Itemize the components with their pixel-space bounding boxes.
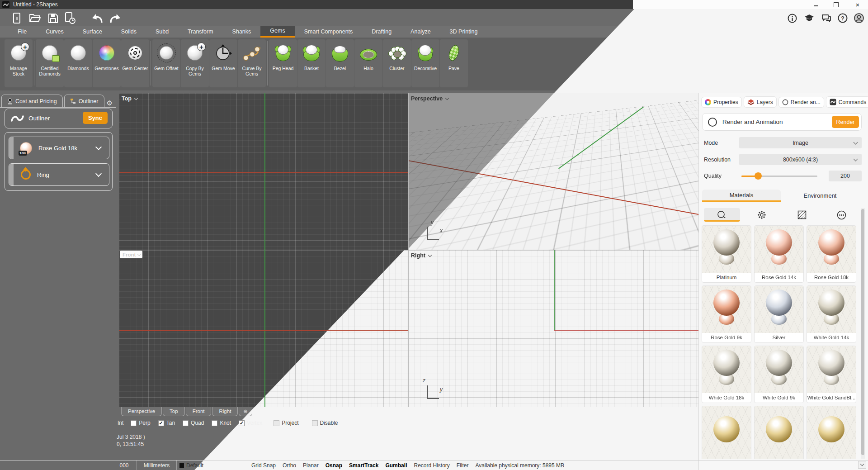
maximize-button[interactable]: [829, 0, 843, 9]
viewport-front-label[interactable]: Front: [120, 251, 142, 258]
tab-properties[interactable]: Properties: [701, 97, 742, 108]
tool-copy-by-gems[interactable]: + Copy By Gems: [181, 39, 209, 87]
chat-button[interactable]: [820, 13, 833, 24]
material-rose-gold-18k[interactable]: Rose Gold 18k: [807, 225, 856, 283]
viewport-splitter-horizontal[interactable]: [119, 250, 698, 250]
category-more[interactable]: [824, 208, 860, 222]
viewport-menu-arrow-icon[interactable]: [428, 253, 432, 256]
outliner-item-rose-gold[interactable]: 18K Rose Gold 18k: [9, 137, 109, 159]
tool-decorative[interactable]: Decorative: [411, 39, 439, 87]
render-button[interactable]: Render: [832, 116, 859, 128]
viewport-menu-arrow-icon[interactable]: [134, 96, 138, 100]
tool-manage-stock[interactable]: + Manage Stock: [5, 39, 33, 87]
osnap-int-label[interactable]: Int: [118, 420, 123, 426]
chevron-down-icon[interactable]: [95, 144, 102, 150]
mode-dropdown[interactable]: Image: [739, 137, 862, 148]
current-layer[interactable]: Default: [186, 462, 203, 469]
chevron-down-icon[interactable]: [95, 171, 102, 177]
checkbox[interactable]: [131, 420, 137, 426]
layer-color-swatch[interactable]: [179, 463, 184, 468]
tool-gem-offset[interactable]: Gem Offset: [152, 39, 180, 87]
osnap-vertex[interactable]: ✓Vertex: [239, 420, 262, 426]
tool-peg-head[interactable]: Peg Head: [269, 39, 297, 87]
viewport-menu-arrow-icon[interactable]: [137, 252, 141, 256]
tool-diamonds[interactable]: Diamonds: [64, 39, 92, 87]
tool-bezel[interactable]: Bezel: [326, 39, 354, 87]
tab-environment[interactable]: Environment: [781, 190, 859, 202]
material-partial[interactable]: [754, 406, 804, 459]
outliner-item-ring[interactable]: Ring: [9, 163, 109, 186]
toggle-osnap[interactable]: Osnap: [326, 462, 342, 469]
materials-scrollbar[interactable]: [861, 208, 865, 459]
viewport-top[interactable]: Top: [119, 93, 408, 250]
tab-render-animation[interactable]: Render an...: [778, 97, 824, 108]
toggle-grid-snap[interactable]: Grid Snap: [251, 462, 276, 469]
checkbox[interactable]: [312, 420, 318, 426]
tab-gems[interactable]: Gems: [260, 26, 294, 38]
coordinate-display[interactable]: 000: [112, 461, 137, 470]
viewport-tab-front[interactable]: Front: [186, 407, 212, 416]
material-partial[interactable]: [807, 406, 856, 459]
material-rose-gold-9k[interactable]: Rose Gold 9k: [702, 285, 751, 343]
scrollbar-thumb[interactable]: [861, 209, 864, 455]
toggle-planar[interactable]: Planar: [303, 462, 319, 469]
checkbox[interactable]: [212, 420, 217, 426]
toggle-filter[interactable]: Filter: [457, 462, 469, 469]
tab-commands[interactable]: Commands: [826, 96, 868, 108]
open-file-button[interactable]: [27, 11, 42, 25]
viewport-right[interactable]: z y Right: [408, 250, 698, 407]
tool-gem-move[interactable]: Gem Move: [209, 39, 237, 87]
tab-surface[interactable]: Surface: [73, 26, 112, 38]
slider-handle[interactable]: [755, 172, 762, 180]
category-textures[interactable]: [784, 208, 820, 222]
material-white-gold-sandblasted[interactable]: White Gold SandBl...: [807, 346, 856, 403]
undo-button[interactable]: [90, 11, 105, 25]
tab-analyze[interactable]: Analyze: [401, 26, 440, 38]
material-platinum[interactable]: Platinum: [702, 225, 751, 283]
tab-shanks[interactable]: Shanks: [223, 26, 261, 38]
tab-layers[interactable]: Layers: [744, 96, 777, 108]
viewport-splitter-vertical[interactable]: [408, 93, 409, 407]
osnap-perp[interactable]: Perp: [131, 420, 150, 426]
category-metals[interactable]: [704, 208, 740, 222]
tool-gemstones[interactable]: Gemstones: [93, 39, 121, 87]
checkbox-checked[interactable]: ✓: [239, 420, 245, 426]
tab-materials[interactable]: Materials: [702, 190, 781, 202]
osnap-quad[interactable]: Quad: [183, 420, 204, 426]
quality-value[interactable]: 200: [829, 171, 862, 181]
tab-3d-printing[interactable]: 3D Printing: [440, 26, 487, 38]
viewport-perspective[interactable]: y x Perspective: [408, 93, 698, 250]
sync-button[interactable]: Sync: [83, 112, 108, 124]
left-panel-gear-icon[interactable]: ⚙: [107, 99, 113, 107]
info-button[interactable]: [786, 13, 798, 24]
viewport-front[interactable]: Front: [119, 250, 408, 407]
new-document-button[interactable]: [9, 11, 24, 25]
incremental-save-button[interactable]: [62, 11, 78, 25]
education-button[interactable]: [803, 13, 816, 24]
close-button[interactable]: ×: [851, 0, 864, 9]
viewport-right-label[interactable]: Right: [411, 252, 431, 259]
material-white-gold-14k[interactable]: White Gold 14k: [807, 285, 856, 343]
material-white-gold-9k[interactable]: White Gold 9k: [754, 346, 804, 403]
save-button[interactable]: [45, 11, 61, 25]
resolution-dropdown[interactable]: 800x600 (4:3): [739, 154, 862, 165]
tool-certified-diamonds[interactable]: Certified Diamonds: [36, 39, 64, 87]
tab-transform[interactable]: Transform: [178, 26, 223, 38]
toggle-gumball[interactable]: Gumball: [385, 462, 407, 469]
tool-cluster[interactable]: Cluster: [383, 39, 411, 87]
tab-cost-and-pricing[interactable]: Cost and Pricing: [1, 95, 63, 107]
tool-pave[interactable]: Pave: [440, 39, 468, 87]
tab-solids[interactable]: Solids: [112, 26, 146, 38]
viewport-tab-top[interactable]: Top: [163, 407, 185, 416]
tool-basket[interactable]: Basket: [297, 39, 326, 87]
checkbox[interactable]: [183, 420, 189, 426]
tool-halo[interactable]: Halo: [354, 39, 382, 87]
tab-outliner[interactable]: Outliner: [64, 95, 104, 107]
material-partial[interactable]: [702, 406, 751, 459]
tool-curve-by-gems[interactable]: Curve By Gems: [238, 39, 266, 87]
material-white-gold-18k[interactable]: White Gold 18k: [702, 346, 751, 403]
viewport-top-label[interactable]: Top: [122, 95, 137, 102]
osnap-disable[interactable]: Disable: [312, 420, 338, 426]
tab-curves[interactable]: Curves: [36, 26, 73, 38]
quality-slider[interactable]: [741, 176, 817, 177]
